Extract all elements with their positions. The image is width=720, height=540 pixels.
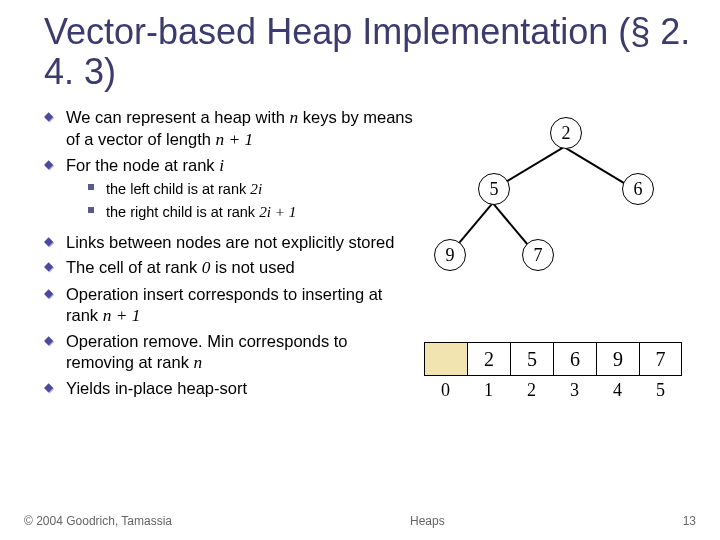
text: The cell of at rank — [66, 258, 202, 276]
footer-center: Heaps — [172, 514, 683, 528]
text: is not used — [210, 258, 294, 276]
array-cell: 6 — [553, 342, 596, 376]
array-index: 4 — [596, 380, 639, 401]
text: the left child is at rank — [106, 181, 250, 197]
bullet-list: We can represent a heap with n keys by m… — [44, 107, 414, 400]
slide-footer: © 2004 Goodrich, Tamassia Heaps 13 — [24, 514, 696, 528]
array-index: 0 — [424, 380, 467, 401]
array-index: 5 — [639, 380, 682, 401]
text: Operation remove. Min corresponds to rem… — [66, 332, 348, 371]
text: We can represent a heap with — [66, 108, 290, 126]
bullet-4: The cell of at rank 0 is not used — [44, 257, 414, 279]
array-cell — [424, 342, 467, 376]
math-2i: 2i — [250, 180, 262, 197]
tree-node: 9 — [434, 239, 466, 271]
heap-tree: 2 5 6 9 7 — [420, 117, 690, 307]
text: For the node at rank — [66, 156, 219, 174]
text: the right child is at rank — [106, 204, 259, 220]
array-cell: 5 — [510, 342, 553, 376]
tree-node: 5 — [478, 173, 510, 205]
math-np1b: n + 1 — [103, 306, 141, 325]
tree-node: 6 — [622, 173, 654, 205]
array-cell: 2 — [467, 342, 510, 376]
array-cell: 9 — [596, 342, 639, 376]
bullet-1: We can represent a heap with n keys by m… — [44, 107, 414, 151]
bullet-2: For the node at rank i the left child is… — [44, 155, 414, 228]
sub-bullet-list: the left child is at rank 2i the right c… — [66, 177, 414, 228]
math-n: n — [290, 108, 299, 127]
math-2i1: 2i + 1 — [259, 203, 296, 220]
slide-title: Vector-based Heap Implementation (§ 2. 4… — [0, 0, 720, 107]
slide-content: We can represent a heap with n keys by m… — [0, 107, 720, 404]
array-cell: 7 — [639, 342, 682, 376]
math-i: i — [219, 156, 224, 175]
tree-node: 2 — [550, 117, 582, 149]
array-indices: 0 1 2 3 4 5 — [424, 380, 682, 401]
diagram-column: 2 5 6 9 7 2 5 6 9 7 0 1 2 3 4 5 — [414, 107, 700, 404]
page-number: 13 — [683, 514, 696, 528]
bullet-5: Operation insert corresponds to insertin… — [44, 284, 414, 327]
sub-bullet-1: the left child is at rank 2i — [88, 179, 414, 199]
bullet-column: We can represent a heap with n keys by m… — [44, 107, 414, 404]
sub-bullet-2: the right child is at rank 2i + 1 — [88, 202, 414, 222]
tree-node: 7 — [522, 239, 554, 271]
math-np1: n + 1 — [216, 130, 254, 149]
array-index: 2 — [510, 380, 553, 401]
heap-array: 2 5 6 9 7 0 1 2 3 4 5 — [424, 342, 682, 401]
math-nb: n — [193, 353, 202, 372]
bullet-7: Yields in-place heap-sort — [44, 378, 414, 399]
bullet-6: Operation remove. Min corresponds to rem… — [44, 331, 414, 374]
copyright: © 2004 Goodrich, Tamassia — [24, 514, 172, 528]
array-index: 3 — [553, 380, 596, 401]
array-index: 1 — [467, 380, 510, 401]
array-cells: 2 5 6 9 7 — [424, 342, 682, 376]
bullet-3: Links between nodes are not explicitly s… — [44, 232, 414, 253]
